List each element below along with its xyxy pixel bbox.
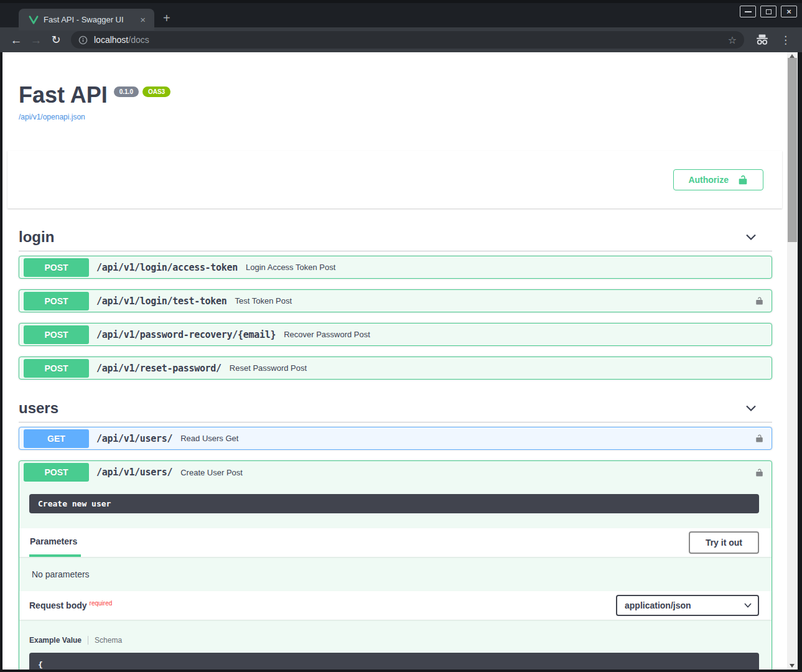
media-type-value: application/json <box>625 600 691 610</box>
oas3-badge: OAS3 <box>142 86 170 97</box>
url-path: /docs <box>128 35 149 45</box>
method-badge: POST <box>24 292 89 310</box>
maximize-button[interactable] <box>760 6 776 17</box>
page-viewport: Fast API 0.1.0 OAS3 /api/v1/openapi.json… <box>2 52 798 670</box>
minimize-button[interactable] <box>740 6 756 17</box>
lock-icon-button[interactable] <box>755 296 764 306</box>
scroll-down-arrow-icon[interactable] <box>790 664 795 668</box>
operation-path: /api/v1/login/access-token <box>96 262 238 273</box>
chevron-down-icon[interactable] <box>745 402 757 414</box>
scheme-container: Authorize <box>7 151 782 208</box>
authorize-button[interactable]: Authorize <box>673 169 763 190</box>
bookmark-star-icon[interactable]: ☆ <box>728 34 737 46</box>
operation-row[interactable]: GET /api/v1/users/ Read Users Get <box>19 427 772 450</box>
tab-close-icon[interactable]: × <box>138 14 148 25</box>
page-scrollbar[interactable] <box>787 52 798 670</box>
operation-description: Create new user <box>29 494 759 513</box>
address-bar[interactable]: localhost/docs ☆ <box>71 31 744 49</box>
close-icon: × <box>786 7 791 16</box>
browser-titlebar: Fast API - Swagger UI × + × <box>0 0 802 27</box>
browser-tab[interactable]: Fast API - Swagger UI × <box>19 9 154 30</box>
try-it-out-button[interactable]: Try it out <box>689 531 759 554</box>
tab-title: Fast API - Swagger UI <box>44 15 138 24</box>
maximize-icon <box>766 9 772 14</box>
tag-section-users: users GET /api/v1/users/ Read Users Get … <box>19 396 772 670</box>
method-badge: POST <box>24 325 89 344</box>
lock-icon-button[interactable] <box>755 468 764 477</box>
example-json-code-block: { <box>29 653 759 670</box>
openapi-spec-link[interactable]: /api/v1/openapi.json <box>19 113 85 121</box>
scrollbar-thumb[interactable] <box>788 58 797 242</box>
operation-row[interactable]: POST /api/v1/users/ Create User Post <box>19 461 772 483</box>
opblock-create-user-expanded: POST /api/v1/users/ Create User Post Cre… <box>19 460 772 670</box>
reload-icon[interactable]: ↻ <box>46 34 66 45</box>
operation-summary: Read Users Get <box>180 434 238 443</box>
operation-path: /api/v1/users/ <box>96 433 172 444</box>
media-type-select[interactable]: application/json <box>616 595 759 616</box>
operation-summary: Login Access Token Post <box>246 263 335 272</box>
operation-path: /api/v1/login/test-token <box>96 296 227 307</box>
url-host: localhost <box>94 35 128 45</box>
lock-icon-button[interactable] <box>755 434 764 443</box>
back-icon[interactable]: ← <box>6 34 26 46</box>
forward-icon[interactable]: → <box>26 34 46 46</box>
unlocked-padlock-icon <box>737 174 748 185</box>
method-badge: POST <box>24 258 89 277</box>
incognito-icon <box>755 34 769 45</box>
tag-name: login <box>19 228 54 246</box>
window-controls: × <box>740 6 797 17</box>
authorize-label: Authorize <box>688 175 729 185</box>
tab-example-value[interactable]: Example Value <box>29 636 82 645</box>
operation-summary: Test Token Post <box>235 296 292 306</box>
operations-list-users: GET /api/v1/users/ Read Users Get <box>19 427 772 450</box>
unlocked-padlock-icon <box>755 434 764 443</box>
operation-summary: Reset Password Post <box>230 363 307 373</box>
unlocked-padlock-icon <box>755 296 764 306</box>
minimize-icon <box>745 11 752 12</box>
favicon-v-icon <box>29 16 39 24</box>
operation-row[interactable]: POST /api/v1/login/access-token Login Ac… <box>19 256 772 279</box>
operation-path: /api/v1/users/ <box>96 467 172 478</box>
chevron-down-icon <box>744 603 752 608</box>
tag-header-login[interactable]: login <box>19 225 772 251</box>
tab-separator <box>88 636 88 645</box>
page-title: Fast API <box>19 83 108 108</box>
method-badge: POST <box>24 359 89 378</box>
no-parameters-text: No parameters <box>19 557 772 591</box>
operation-path: /api/v1/reset-password/ <box>96 363 221 374</box>
new-tab-icon[interactable]: + <box>163 12 170 24</box>
request-body-header: Request bodyrequired application/json <box>19 591 772 620</box>
browser-toolbar: ← → ↻ localhost/docs ☆ ⋮ <box>0 27 802 52</box>
tag-header-users[interactable]: users <box>19 396 772 422</box>
operation-summary: Recover Password Post <box>284 330 370 339</box>
parameters-tab: Parameters <box>29 528 81 557</box>
method-badge: POST <box>24 463 89 482</box>
parameters-header: Parameters Try it out <box>19 528 772 557</box>
operation-row[interactable]: POST /api/v1/password-recovery/{email} R… <box>19 323 772 346</box>
request-body-label: Request body <box>29 600 87 610</box>
api-info-section: Fast API 0.1.0 OAS3 /api/v1/openapi.json <box>19 83 772 122</box>
tag-section-login: login POST /api/v1/login/access-token Lo… <box>19 225 772 380</box>
close-button[interactable]: × <box>781 6 797 17</box>
version-badge: 0.1.0 <box>114 86 139 97</box>
operation-row[interactable]: POST /api/v1/reset-password/ Reset Passw… <box>19 357 772 380</box>
method-badge: GET <box>24 429 89 448</box>
browser-menu-icon[interactable]: ⋮ <box>780 34 791 47</box>
operation-path: /api/v1/password-recovery/{email} <box>96 329 276 340</box>
operations-list-login: POST /api/v1/login/access-token Login Ac… <box>19 256 772 380</box>
unlocked-padlock-icon <box>755 468 764 477</box>
site-info-icon[interactable] <box>78 35 88 45</box>
tag-name: users <box>19 399 58 417</box>
tab-schema[interactable]: Schema <box>95 636 122 645</box>
chevron-down-icon[interactable] <box>745 231 757 243</box>
operation-row[interactable]: POST /api/v1/login/test-token Test Token… <box>19 289 772 312</box>
model-example-tabs: Example Value Schema <box>29 636 759 645</box>
operation-summary: Create User Post <box>180 468 243 477</box>
required-label: required <box>90 600 113 607</box>
